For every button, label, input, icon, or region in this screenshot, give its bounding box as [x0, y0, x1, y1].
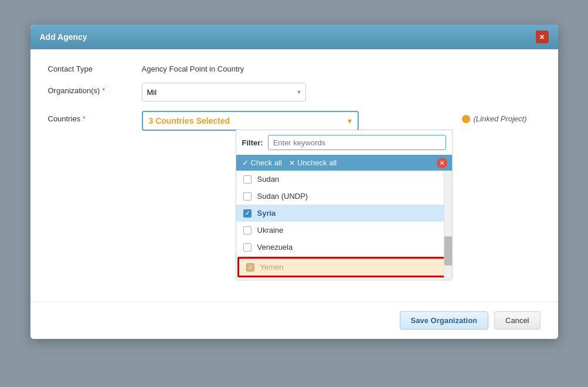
linked-dot-icon — [462, 115, 470, 123]
country-name: Yemen — [260, 263, 284, 271]
organizations-row: Organization(s) * Mil ▾ — [48, 83, 541, 101]
times-icon: ✕ — [289, 159, 295, 167]
close-dropdown-button[interactable]: ✕ — [437, 158, 447, 168]
list-item[interactable]: Sudan (UNDP) — [236, 188, 452, 205]
country-name: Sudan (UNDP) — [257, 192, 308, 201]
filter-row: Filter: — [236, 130, 452, 155]
organizations-label: Organization(s) * — [48, 83, 142, 95]
country-name: Sudan — [257, 175, 280, 184]
contact-type-value: Agency Focal Point in Country — [142, 61, 244, 73]
list-item[interactable]: Ukraine — [236, 222, 452, 239]
countries-required: * — [83, 114, 86, 123]
list-item[interactable]: ✓ Syria — [236, 205, 452, 222]
linked-project-text: (Linked Project) — [474, 114, 527, 123]
checkbox-venezuela[interactable] — [243, 243, 251, 252]
countries-selected-text: 3 Countries Selected — [149, 116, 230, 125]
check-uncheck-bar: ✓ Check all ✕ Uncheck all ✕ — [236, 155, 452, 171]
linked-project: (Linked Project) — [462, 111, 527, 123]
chevron-down-icon: ▾ — [348, 116, 352, 125]
country-name: Venezuela — [257, 243, 293, 252]
filter-input[interactable] — [268, 135, 446, 150]
checkmark-icon: ✓ — [242, 158, 249, 167]
checkbox-syria[interactable]: ✓ — [243, 209, 251, 218]
modal-footer: Save Organization Cancel — [30, 301, 558, 339]
organizations-select[interactable]: Mil ▾ — [142, 83, 306, 101]
country-list: Sudan Sudan (UNDP) ✓ — [236, 171, 452, 280]
modal-body: Contact Type Agency Focal Point in Count… — [30, 49, 558, 301]
checkbox-yemen[interactable]: ✓ — [246, 263, 254, 271]
organizations-required: * — [102, 86, 105, 95]
countries-dropdown[interactable]: 3 Countries Selected ▾ — [142, 111, 359, 131]
list-item[interactable]: Sudan — [236, 171, 452, 188]
countries-label: Countries * — [48, 111, 142, 123]
country-name: Syria — [257, 209, 276, 218]
modal-header: Add Agency × — [30, 25, 558, 49]
checkbox-sudan[interactable] — [243, 175, 251, 184]
contact-type-row: Contact Type Agency Focal Point in Count… — [48, 61, 541, 73]
list-item[interactable]: ✓ Yemen — [239, 259, 449, 276]
modal-overlay: Add Agency × Contact Type Agency Focal P… — [0, 0, 588, 387]
cancel-button[interactable]: Cancel — [494, 311, 540, 330]
scrollbar[interactable] — [444, 171, 452, 280]
yemen-highlight-border: ✓ Yemen — [237, 257, 451, 277]
list-item[interactable]: Venezuela — [236, 239, 452, 256]
countries-row: Countries * 3 Countries Selected ▾ — [48, 111, 541, 280]
uncheck-all-button[interactable]: ✕ Uncheck all — [289, 158, 337, 167]
country-list-wrapper: Sudan Sudan (UNDP) ✓ — [236, 171, 452, 280]
countries-dropdown-panel: Filter: ✓ Check all ✕ — [236, 130, 453, 280]
filter-label: Filter: — [242, 138, 263, 147]
contact-type-label: Contact Type — [48, 61, 142, 73]
close-button[interactable]: × — [536, 30, 549, 43]
checkbox-ukraine[interactable] — [243, 226, 251, 235]
chevron-down-icon: ▾ — [297, 88, 301, 96]
check-all-button[interactable]: ✓ Check all — [242, 158, 282, 167]
country-name: Ukraine — [257, 226, 284, 235]
modal-dialog: Add Agency × Contact Type Agency Focal P… — [30, 25, 558, 339]
checkbox-sudan-undp[interactable] — [243, 192, 251, 201]
scrollbar-thumb — [444, 236, 452, 266]
modal-title: Add Agency — [40, 32, 87, 42]
save-organization-button[interactable]: Save Organization — [400, 311, 488, 330]
